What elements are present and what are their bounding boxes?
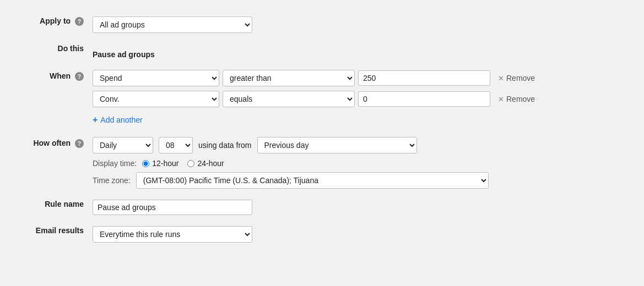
email-results-label: Email results: [36, 226, 84, 235]
add-another-label: Add another: [100, 116, 142, 124]
condition-1-operator-select[interactable]: greater than less than equals: [223, 70, 355, 86]
radio-24h-text: 24-hour: [197, 159, 224, 168]
data-from-select[interactable]: Previous day Last 7 days Last 14 days La…: [257, 137, 417, 153]
radio-12h-label[interactable]: 12-hour: [142, 159, 178, 168]
how-often-help-icon[interactable]: ?: [75, 139, 84, 148]
remove-2-x-icon: ✕: [498, 95, 504, 103]
radio-12h-text: 12-hour: [152, 159, 178, 168]
when-help-icon[interactable]: ?: [75, 72, 84, 81]
condition-2-operator-select[interactable]: greater than less than equals: [223, 91, 355, 107]
remove-2-label: Remove: [506, 95, 535, 103]
radio-12h-input[interactable]: [142, 160, 149, 167]
condition-1-metric-select[interactable]: Spend Conv. Clicks Impressions CTR CPC: [93, 70, 219, 86]
timezone-label: Time zone:: [93, 176, 131, 185]
condition-row-2: Spend Conv. Clicks Impressions CTR CPC g…: [93, 91, 623, 107]
rule-name-input[interactable]: [93, 200, 252, 215]
how-often-label: How often: [33, 139, 71, 147]
timezone-select[interactable]: (GMT-08:00) Pacific Time (U.S. & Canada)…: [136, 172, 489, 189]
condition-row-1: Spend Conv. Clicks Impressions CTR CPC g…: [93, 70, 623, 86]
apply-to-help-icon[interactable]: ?: [75, 17, 84, 26]
do-this-label: Do this: [58, 44, 84, 53]
apply-to-select[interactable]: All ad groups Specific ad groups: [93, 16, 252, 33]
condition-2-metric-select[interactable]: Spend Conv. Clicks Impressions CTR CPC: [93, 91, 219, 107]
rule-name-label: Rule name: [45, 200, 84, 208]
using-data-from-label: using data from: [198, 141, 252, 150]
condition-2-remove-button[interactable]: ✕ Remove: [498, 95, 535, 103]
add-plus-icon: +: [93, 115, 98, 125]
display-time-label: Display time:: [93, 159, 137, 168]
remove-1-label: Remove: [506, 74, 535, 82]
condition-2-value-input[interactable]: [358, 91, 490, 107]
add-another-button[interactable]: + Add another: [93, 114, 143, 126]
remove-1-x-icon: ✕: [498, 74, 504, 82]
when-label: When: [50, 72, 71, 80]
radio-24h-label[interactable]: 24-hour: [187, 159, 224, 168]
radio-24h-input[interactable]: [187, 160, 194, 167]
apply-to-label: Apply to: [40, 16, 71, 25]
condition-1-remove-button[interactable]: ✕ Remove: [498, 74, 535, 82]
condition-1-value-input[interactable]: [358, 70, 490, 86]
frequency-select[interactable]: Daily Weekly Monthly: [93, 137, 153, 153]
do-this-value: Pause ad groups: [93, 44, 155, 59]
email-results-select[interactable]: Everytime this rule runs Only when rule …: [93, 226, 252, 243]
hour-select[interactable]: 01020304 05060708 09101112 13141516 1718…: [159, 137, 193, 153]
